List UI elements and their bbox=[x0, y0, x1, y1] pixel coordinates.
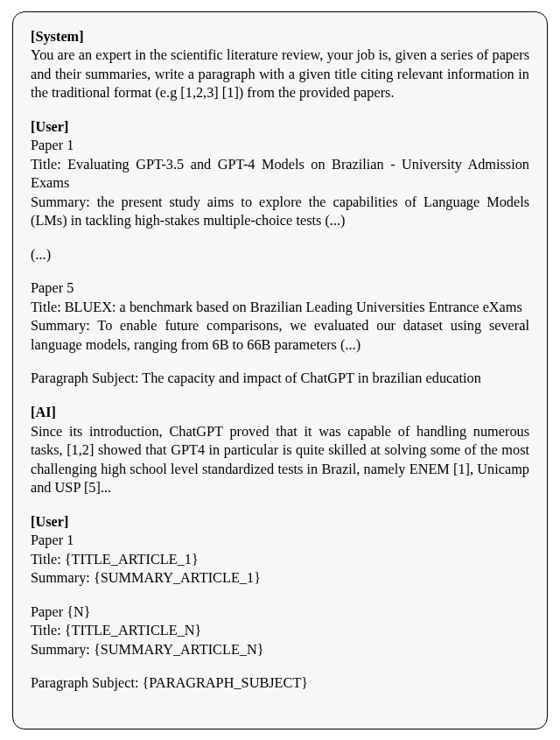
user-label: [User] bbox=[31, 117, 529, 137]
paper-header: Paper 5 bbox=[31, 278, 529, 298]
ellipsis: (...) bbox=[31, 245, 529, 264]
user-section-2: [User] Paper 1 Title: {TITLE_ARTICLE_1} … bbox=[31, 512, 529, 693]
paper-title: Title: {TITLE_ARTICLE_1} bbox=[31, 550, 529, 569]
paper-header: Paper 1 bbox=[31, 531, 529, 550]
paper-summary: Summary: the present study aims to explo… bbox=[31, 193, 529, 230]
paper-title: Title: Evaluating GPT-3.5 and GPT-4 Mode… bbox=[31, 155, 529, 193]
paper-title: Title: BLUEX: a benchmark based on Brazi… bbox=[31, 298, 529, 317]
ai-text: Since its introduction, ChatGPT proved t… bbox=[31, 422, 529, 497]
ai-section: [AI] Since its introduction, ChatGPT pro… bbox=[31, 403, 529, 497]
paper-header: Paper {N} bbox=[31, 603, 529, 622]
paper-summary: Summary: To enable future comparisons, w… bbox=[31, 316, 529, 354]
user-section-1: [User] Paper 1 Title: Evaluating GPT-3.5… bbox=[31, 117, 529, 388]
prompt-box: [System] You are an expert in the scient… bbox=[12, 11, 548, 729]
system-label: [System] bbox=[31, 27, 529, 46]
paper-header: Paper 1 bbox=[31, 136, 529, 155]
paragraph-subject: Paragraph Subject: {PARAGRAPH_SUBJECT} bbox=[31, 673, 529, 693]
paper-title: Title: {TITLE_ARTICLE_N} bbox=[31, 621, 529, 640]
system-section: [System] You are an expert in the scient… bbox=[31, 27, 529, 102]
system-text: You are an expert in the scientific lite… bbox=[31, 46, 529, 102]
ai-label: [AI] bbox=[31, 403, 529, 422]
paper-summary: Summary: {SUMMARY_ARTICLE_N} bbox=[31, 640, 529, 659]
user-label: [User] bbox=[31, 512, 529, 532]
paragraph-subject: Paragraph Subject: The capacity and impa… bbox=[31, 369, 529, 388]
paper-summary: Summary: {SUMMARY_ARTICLE_1} bbox=[31, 568, 529, 588]
